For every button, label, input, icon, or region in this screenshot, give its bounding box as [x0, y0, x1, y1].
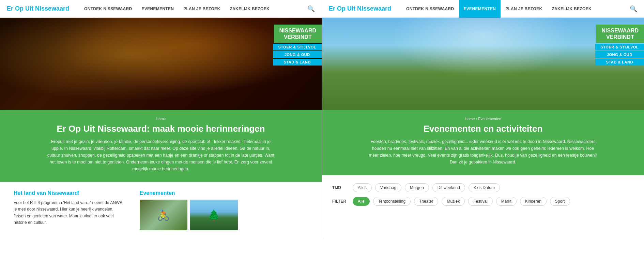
left-hero: NISSEWAARDVERBINDT STOER & STIJLVOL JONG…	[0, 18, 322, 110]
left-breadcrumb[interactable]: Home	[14, 117, 308, 121]
filter-section: TIJD Alles Vandaag Morgen Dit weekend Ki…	[322, 175, 644, 219]
event-image-1	[140, 200, 187, 230]
left-badge-tag-2: JONG & OUD	[273, 51, 322, 58]
right-logo[interactable]: Er Op Uit Nissewaard	[329, 5, 391, 12]
breadcrumb-home[interactable]: Home	[465, 117, 475, 121]
nav-link-plan-left[interactable]: PLAN JE BEZOEK	[179, 0, 225, 18]
right-green-section: Home › Evenementen Evenementen en activi…	[322, 110, 644, 175]
left-col2-title: Evenementen	[140, 190, 308, 196]
right-hero-badge: NISSEWAARDVERBINDT STOER & STIJLVOL JONG…	[595, 25, 644, 66]
right-nav: Er Op Uit Nissewaard ONTDEK NISSEWAARD E…	[322, 0, 644, 18]
nav-link-zakelijk-right[interactable]: ZAKELIJK BEZOEK	[547, 0, 596, 18]
left-bottom-col1: Het land van Nissewaard! Voor het RTL4 p…	[14, 190, 126, 230]
breadcrumb-current: Evenementen	[478, 117, 501, 121]
right-main-title: Evenementen en activiteiten	[336, 124, 630, 134]
search-icon-right[interactable]: 🔍	[630, 5, 637, 13]
left-badge-main: NISSEWAARDVERBINDT	[274, 25, 322, 43]
tijd-btn-kies-datum[interactable]: Kies Datum	[469, 183, 500, 192]
filter-btn-sport[interactable]: Sport	[550, 197, 570, 206]
filter-label: FILTER	[332, 199, 349, 204]
left-logo[interactable]: Er Op Uit Nissewaard	[7, 5, 69, 12]
left-main-body: Eropuit met je gezin, je vrienden, je fa…	[45, 138, 277, 172]
tijd-btn-vandaag[interactable]: Vandaag	[375, 183, 401, 192]
tijd-label: TIJD	[332, 185, 349, 190]
left-hero-badge: NISSEWAARDVERBINDT STOER & STIJLVOL JONG…	[273, 25, 322, 66]
filter-btn-kinderen[interactable]: Kinderen	[520, 197, 547, 206]
left-main-title: Er Op Uit Nissewaard: maak mooie herinne…	[14, 124, 308, 134]
left-badge-tag-3: STAD & LAND	[273, 59, 322, 66]
search-icon-left[interactable]: 🔍	[307, 5, 315, 13]
right-badge-main: NISSEWAARDVERBINDT	[596, 25, 644, 43]
right-nav-links: ONTDEK NISSEWAARD EVENEMENTEN PLAN JE BE…	[401, 0, 630, 18]
left-nav: Er Op Uit Nissewaard ONTDEK NISSEWAARD E…	[0, 0, 322, 18]
filter-btn-markt[interactable]: Markt	[496, 197, 517, 206]
events-images	[140, 200, 308, 230]
right-main-body: Feesten, braderies, festivals, muziek, g…	[367, 138, 599, 166]
nav-link-ontdek-right[interactable]: ONTDEK NISSEWAARD	[401, 0, 459, 18]
filter-btn-theater[interactable]: Theater	[414, 197, 438, 206]
tijd-filter-row: TIJD Alles Vandaag Morgen Dit weekend Ki…	[332, 183, 634, 192]
nav-link-ontdek-left[interactable]: ONTDEK NISSEWAARD	[79, 0, 137, 18]
right-hero: NISSEWAARDVERBINDT STOER & STIJLVOL JONG…	[322, 18, 644, 110]
filter-btn-tentoonstelling[interactable]: Tentoonstelling	[373, 197, 411, 206]
right-page: Er Op Uit Nissewaard ONTDEK NISSEWAARD E…	[322, 0, 644, 239]
left-col1-body: Voor het RTL4 programma 'Het land van...…	[14, 200, 126, 226]
left-bottom: Het land van Nissewaard! Voor het RTL4 p…	[0, 182, 322, 239]
nav-link-evenementen-left[interactable]: EVENEMENTEN	[137, 0, 179, 18]
tijd-btn-dit-weekend[interactable]: Dit weekend	[432, 183, 465, 192]
filter-btn-festival[interactable]: Festival	[468, 197, 492, 206]
tijd-btn-alles[interactable]: Alles	[353, 183, 372, 192]
right-breadcrumb: Home › Evenementen	[336, 117, 630, 121]
right-badge-tag-2: JONG & OUD	[595, 51, 644, 58]
right-badge-tag-3: STAD & LAND	[595, 59, 644, 66]
category-filter-row: FILTER Alle Tentoonstelling Theater Muzi…	[332, 197, 634, 206]
nav-link-plan-right[interactable]: PLAN JE BEZOEK	[501, 0, 547, 18]
tijd-btn-morgen[interactable]: Morgen	[405, 183, 429, 192]
left-badge-tag-1: STOER & STIJLVOL	[273, 44, 322, 51]
left-nav-links: ONTDEK NISSEWAARD EVENEMENTEN PLAN JE BE…	[79, 0, 307, 18]
event-image-2	[190, 200, 238, 230]
right-badge-tag-1: STOER & STIJLVOL	[595, 44, 644, 51]
left-bottom-col2: Evenementen	[140, 190, 308, 230]
left-green-section: Home Er Op Uit Nissewaard: maak mooie he…	[0, 110, 322, 182]
filter-btn-alle[interactable]: Alle	[353, 197, 370, 206]
left-col1-title: Het land van Nissewaard!	[14, 190, 126, 196]
nav-link-zakelijk-left[interactable]: ZAKELIJK BEZOEK	[225, 0, 274, 18]
nav-link-evenementen-right[interactable]: EVENEMENTEN	[459, 0, 501, 18]
left-page: Er Op Uit Nissewaard ONTDEK NISSEWAARD E…	[0, 0, 322, 239]
filter-btn-muziek[interactable]: Muziek	[442, 197, 465, 206]
